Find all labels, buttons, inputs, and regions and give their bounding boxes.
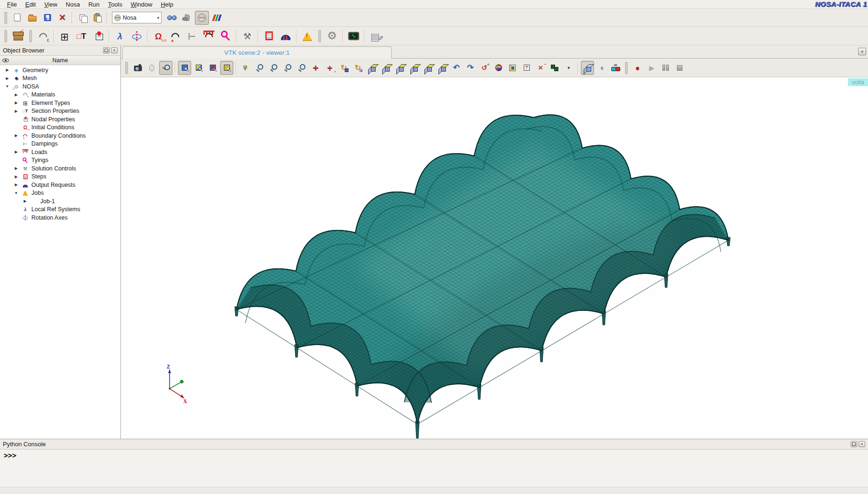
view-left-button[interactable]: [393, 61, 407, 75]
report-button[interactable]: [367, 28, 383, 44]
rotate-free-button[interactable]: [351, 61, 364, 75]
expander-icon[interactable]: ▶: [12, 133, 21, 138]
expander-icon[interactable]: ▶: [12, 150, 21, 154]
lod-button[interactable]: LOD: [492, 61, 505, 75]
loads-button[interactable]: [201, 28, 217, 44]
find-button[interactable]: [165, 11, 179, 25]
dock-restore-button[interactable]: [851, 441, 857, 447]
tree-item-local-ref-systems[interactable]: Local Ref Systems: [0, 206, 120, 214]
tree-item-tyings[interactable]: Tyings: [0, 156, 120, 165]
vtk-scene-tab[interactable]: VTK scene:2 - viewer:1: [122, 46, 392, 59]
sync-views-button[interactable]: [548, 61, 561, 75]
expander-icon[interactable]: ▶: [12, 101, 21, 105]
menu-nosa[interactable]: Nosa: [61, 0, 84, 9]
import-geometry-button[interactable]: [10, 28, 26, 44]
rotate-camera-button[interactable]: [478, 61, 491, 75]
settings-button[interactable]: [324, 28, 340, 44]
tree-item-loads[interactable]: ▶Loads: [0, 148, 120, 156]
explode-button[interactable]: [534, 61, 547, 75]
pan-button[interactable]: [309, 61, 322, 75]
snapshot-button[interactable]: [131, 61, 144, 75]
menu-edit[interactable]: Edit: [21, 0, 40, 9]
mouse-mode-button[interactable]: [145, 61, 158, 75]
tree-item-materials[interactable]: ▶Materials: [0, 91, 120, 99]
pan-region-button[interactable]: [323, 61, 336, 75]
redo-button[interactable]: [464, 61, 477, 75]
open-model-button[interactable]: [25, 11, 39, 25]
expander-icon[interactable]: ▶: [12, 183, 21, 187]
select-nodes-button[interactable]: [220, 61, 233, 75]
tree-item-solution-controls[interactable]: ▶Solution Controls: [0, 164, 120, 173]
tree-item-boundary-conditions[interactable]: ▶Boundary Conditions: [0, 132, 120, 140]
tree-item-element-types[interactable]: ▶Element Types: [0, 99, 120, 107]
tree-item-job-1[interactable]: ▶Job-1: [0, 197, 120, 206]
expander-icon[interactable]: ▼: [12, 191, 21, 195]
tyings-button[interactable]: [218, 28, 234, 44]
trace-button[interactable]: [180, 11, 194, 25]
jobs-button[interactable]: [299, 28, 315, 44]
local-ref-systems-button[interactable]: [112, 28, 128, 44]
tree-item-rotation-axes[interactable]: Rotation Axes: [0, 214, 120, 222]
vtk-colors-button[interactable]: [210, 11, 224, 25]
axes-box-button[interactable]: [520, 61, 533, 75]
view-back-button[interactable]: [379, 61, 393, 75]
rotation-axes-button[interactable]: [129, 28, 145, 44]
fit-view-button[interactable]: [239, 61, 252, 75]
new-model-button[interactable]: [10, 11, 24, 25]
initial-conditions-button[interactable]: [150, 28, 166, 44]
nodal-properties-button[interactable]: [90, 28, 106, 44]
view-bottom-button[interactable]: [436, 61, 449, 75]
dock-close-button[interactable]: ×: [111, 47, 118, 53]
zoom-selection-button[interactable]: ◼: [281, 61, 294, 75]
copy-button[interactable]: [75, 11, 89, 25]
steps-button[interactable]: [261, 28, 277, 44]
select-append-button[interactable]: [192, 61, 205, 75]
menu-help[interactable]: Help: [156, 0, 178, 9]
record-button[interactable]: [631, 61, 644, 75]
python-console-input[interactable]: >>>: [0, 450, 868, 487]
paste-button[interactable]: [90, 11, 104, 25]
element-types-button[interactable]: [57, 28, 73, 44]
section-properties-button[interactable]: [74, 28, 89, 44]
boundary-conditions-button[interactable]: [167, 28, 183, 44]
expander-icon[interactable]: ▼: [3, 84, 12, 88]
play-button[interactable]: [645, 61, 658, 75]
measure-button[interactable]: [506, 61, 519, 75]
view-right-button[interactable]: [408, 61, 421, 75]
output-requests-button[interactable]: [278, 28, 294, 44]
save-model-button[interactable]: [40, 11, 54, 25]
probe-button[interactable]: [159, 61, 172, 75]
expander-icon[interactable]: ▶: [12, 166, 21, 170]
materials-button[interactable]: [35, 28, 51, 44]
expander-icon[interactable]: ▶: [21, 199, 30, 203]
close-icon[interactable]: ×: [858, 48, 866, 55]
display-flat-button[interactable]: [595, 61, 608, 75]
tree-item-nodal-properties[interactable]: Nodal Properties: [0, 115, 120, 124]
zoom-in-button[interactable]: +: [295, 61, 308, 75]
tree-item-steps[interactable]: ▶Steps: [0, 173, 120, 181]
menu-run[interactable]: Run: [84, 0, 104, 9]
view-top-button[interactable]: [422, 61, 435, 75]
stereo-3d-button[interactable]: 3D: [609, 61, 622, 75]
solution-controls-button[interactable]: [239, 28, 255, 44]
menu-tools[interactable]: Tools: [104, 0, 126, 9]
tree-item-mesh[interactable]: ▶Mesh: [0, 74, 120, 83]
sync-views-dropdown-button[interactable]: [562, 61, 575, 75]
tree-item-initial-conditions[interactable]: Initial Conditions: [0, 124, 120, 132]
tree-item-dampings[interactable]: Dampings: [0, 140, 120, 148]
dock-close-button[interactable]: ×: [859, 441, 865, 447]
zoom-area-button[interactable]: [253, 61, 266, 75]
chevron-down-icon[interactable]: ▾: [157, 15, 159, 20]
menu-file[interactable]: File: [3, 0, 21, 9]
tree-item-section-properties[interactable]: ▶Section Properties: [0, 107, 120, 116]
tree-item-output-requests[interactable]: ▶Output Requests: [0, 181, 120, 189]
dampings-button[interactable]: [184, 28, 200, 44]
zoom-box-button[interactable]: ▣: [267, 61, 280, 75]
select-cells-button[interactable]: [178, 61, 191, 75]
run-monitor-button[interactable]: [346, 28, 362, 44]
expander-icon[interactable]: ▶: [12, 175, 21, 179]
expander-icon[interactable]: ▶: [3, 68, 12, 72]
display-solid-button[interactable]: [581, 61, 594, 75]
nosa-combobox[interactable]: NOSA Nosa ▾: [112, 12, 162, 23]
select-remove-button[interactable]: [206, 61, 219, 75]
